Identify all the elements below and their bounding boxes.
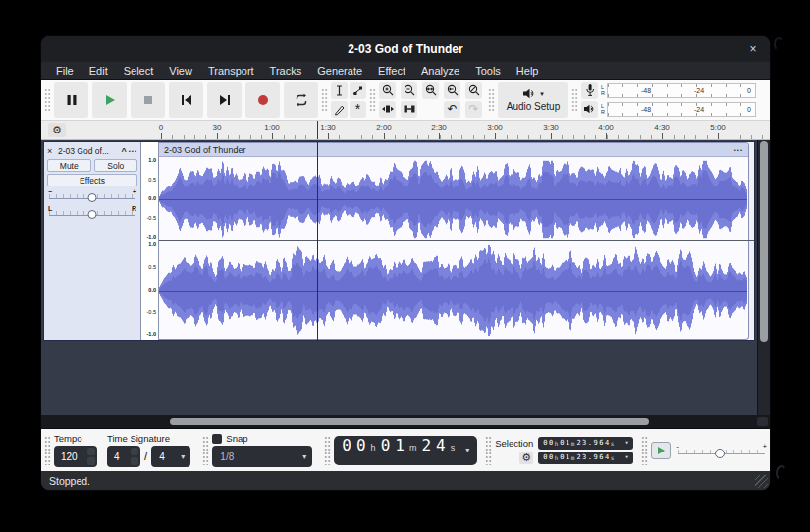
- selection-options-button[interactable]: ⚙: [519, 452, 533, 464]
- vertical-scale-ruler[interactable]: 1.0 0.5 0.0 -0.5 -1.0 1.0 0.5 0.0 -0.5 -…: [141, 142, 159, 340]
- stop-button[interactable]: [131, 82, 165, 118]
- skip-to-end-button[interactable]: [207, 82, 242, 118]
- track-collapse-icon[interactable]: ^: [121, 146, 126, 156]
- clip-header[interactable]: 2-03 God of Thunder •••: [159, 143, 748, 157]
- menu-select[interactable]: Select: [117, 64, 161, 78]
- skip-to-end-icon: [217, 92, 233, 108]
- gain-slider-thumb[interactable]: [88, 193, 97, 202]
- ibeam-icon: [333, 84, 346, 97]
- menu-bar: File Edit Select View Transport Tracks G…: [41, 62, 770, 80]
- window-close-button[interactable]: ×: [744, 40, 762, 58]
- draw-tool-button[interactable]: [331, 101, 348, 118]
- recording-meter[interactable]: LR -48 -24 0: [581, 82, 756, 99]
- audio-position-display[interactable]: 00h 01m 24s ▾: [334, 436, 477, 465]
- menu-transport[interactable]: Transport: [201, 64, 261, 78]
- audio-setup-button[interactable]: ▾ Audio Setup: [498, 82, 568, 118]
- chevron-down-icon[interactable]: ▾: [625, 439, 631, 447]
- ruler-scale[interactable]: 0 30 1:00 1:30 2:00 2:30 3:00 3:30 4:00 …: [159, 121, 770, 139]
- loop-button[interactable]: [284, 82, 318, 118]
- selection-tool-button[interactable]: [331, 82, 348, 99]
- effects-button[interactable]: Effects: [47, 174, 137, 186]
- menu-tracks[interactable]: Tracks: [263, 64, 309, 78]
- record-button[interactable]: [245, 82, 280, 118]
- playback-meter-bar[interactable]: -48 -24 0: [607, 102, 756, 117]
- undo-button[interactable]: ↶: [444, 101, 460, 118]
- chevron-down-icon[interactable]: ▾: [465, 446, 469, 454]
- menu-tools[interactable]: Tools: [468, 64, 508, 78]
- meter-toolbars: LR -48 -24 0 LR: [581, 82, 756, 118]
- horizontal-scrollbar[interactable]: [41, 415, 770, 428]
- tempo-spinner[interactable]: [87, 448, 95, 465]
- play-button[interactable]: [92, 82, 127, 118]
- tools-toolbar-grip[interactable]: [321, 87, 328, 113]
- multi-tool-button[interactable]: *: [350, 101, 366, 118]
- zoom-out-button[interactable]: [401, 82, 417, 99]
- meter-toolbar-grip[interactable]: [571, 87, 578, 113]
- track-area[interactable]: × 2-03 God of... ^ ••• Mute Solo Effects…: [41, 140, 770, 415]
- selection-end-field[interactable]: 00h 01m 23.964s ▾: [538, 452, 633, 464]
- title-bar[interactable]: 2-03 God of Thunder ×: [41, 36, 770, 62]
- time-signature-upper-field[interactable]: 4: [107, 446, 140, 467]
- audio-setup-grip[interactable]: [488, 87, 495, 113]
- timeline-ruler[interactable]: ⚙ 0 30 1:00 1:30 2:00 2:30 3:00 3:30 4:0…: [41, 121, 770, 140]
- mute-button[interactable]: Mute: [47, 159, 91, 172]
- ruler-label: 2:30: [431, 123, 447, 132]
- pause-button[interactable]: [54, 82, 88, 118]
- wallpaper-artifact: [776, 465, 787, 481]
- gain-slider[interactable]: − +: [47, 189, 137, 203]
- menu-file[interactable]: File: [49, 64, 81, 78]
- play-at-speed-button[interactable]: [651, 442, 671, 459]
- snap-dropdown[interactable]: 1/8 ▾: [212, 446, 312, 467]
- chevron-down-icon[interactable]: ▾: [625, 453, 631, 461]
- menu-view[interactable]: View: [162, 64, 199, 78]
- skip-to-start-button[interactable]: [169, 82, 203, 118]
- track-close-icon[interactable]: ×: [47, 146, 56, 156]
- snap-toolbar-grip[interactable]: [202, 436, 209, 465]
- zoom-in-button[interactable]: [379, 82, 396, 99]
- undo-icon: ↶: [447, 102, 457, 116]
- resize-grip[interactable]: [755, 475, 768, 488]
- pan-slider-thumb[interactable]: [88, 210, 97, 219]
- vertical-scrollbar-thumb[interactable]: [760, 141, 768, 342]
- zoom-fit-button[interactable]: [444, 82, 460, 99]
- pan-slider[interactable]: L R: [47, 206, 137, 220]
- track-control-panel[interactable]: × 2-03 God of... ^ ••• Mute Solo Effects…: [44, 142, 141, 340]
- track-menu-icon[interactable]: •••: [129, 148, 137, 154]
- menu-effect[interactable]: Effect: [371, 64, 412, 78]
- menu-edit[interactable]: Edit: [82, 64, 115, 78]
- silence-audio-button[interactable]: [401, 101, 417, 118]
- track-title[interactable]: 2-03 God of...: [58, 146, 119, 156]
- time-toolbar-grip[interactable]: [44, 436, 51, 465]
- envelope-tool-button[interactable]: [350, 82, 366, 99]
- recording-meter-bar[interactable]: -48 -24 0: [607, 83, 756, 98]
- speed-slider-thumb[interactable]: [715, 449, 725, 458]
- track-canvas[interactable]: 2-03 God of Thunder •••: [159, 142, 754, 340]
- status-bar: Stopped.: [41, 471, 770, 490]
- solo-button[interactable]: Solo: [94, 159, 138, 172]
- tempo-field[interactable]: 120: [54, 446, 97, 467]
- play-speed-grip[interactable]: [641, 436, 648, 465]
- timeline-options-button[interactable]: ⚙: [48, 123, 66, 137]
- clip-menu-icon[interactable]: •••: [734, 147, 743, 153]
- selection-start-field[interactable]: 00h 01m 23.964s ▾: [538, 437, 633, 450]
- snap-checkbox[interactable]: [212, 434, 222, 444]
- menu-analyze[interactable]: Analyze: [414, 64, 466, 78]
- vertical-scrollbar[interactable]: [757, 140, 770, 415]
- menu-generate[interactable]: Generate: [310, 64, 369, 78]
- horizontal-scrollbar-thumb[interactable]: [170, 418, 649, 425]
- position-toolbar-grip[interactable]: [324, 436, 331, 465]
- playback-meter[interactable]: LR -48 -24 0: [581, 101, 756, 118]
- waveform-canvas[interactable]: [159, 157, 747, 340]
- selection-toolbar-grip[interactable]: [485, 436, 492, 465]
- edit-toolbar-grip[interactable]: [369, 87, 376, 113]
- trim-audio-button[interactable]: [379, 101, 396, 118]
- transport-toolbar-grip[interactable]: [44, 87, 51, 113]
- play-speed-slider[interactable]: - +: [676, 442, 767, 459]
- redo-button[interactable]: ↷: [465, 101, 482, 118]
- zoom-toggle-button[interactable]: [465, 82, 482, 99]
- time-signature-spinner[interactable]: [131, 448, 138, 465]
- zoom-selection-button[interactable]: [422, 82, 439, 99]
- time-signature-lower-dropdown[interactable]: 4 ▾: [151, 446, 190, 467]
- ruler-label: 1:30: [320, 123, 336, 132]
- menu-help[interactable]: Help: [510, 64, 546, 78]
